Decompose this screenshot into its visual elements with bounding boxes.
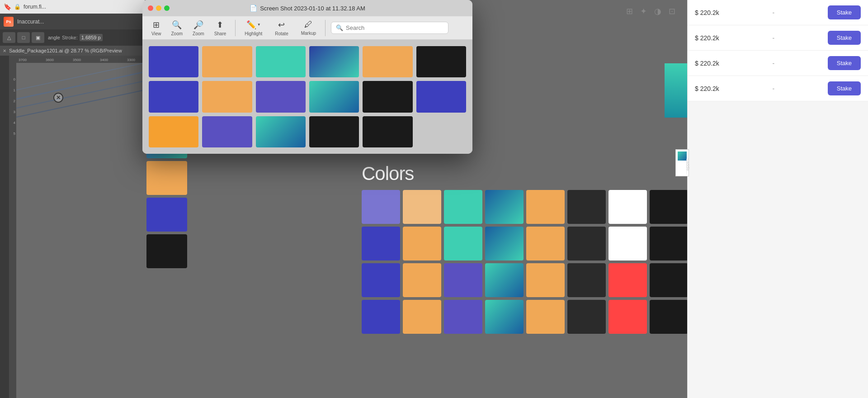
- adobe-bar: Ps Inaccurat...: [0, 14, 145, 29]
- adobe-title: Inaccurat...: [17, 19, 44, 25]
- search-icon: 🔍: [336, 24, 343, 31]
- ai-left-tools: [0, 56, 9, 398]
- pdf-swatch-0: [149, 46, 198, 77]
- stake-amount-0: $ 220.2k: [695, 9, 719, 16]
- right-swatch-14: [609, 227, 647, 261]
- ai-stroke-value: 1.6859 p: [80, 34, 103, 41]
- ruler-vtick-4: 3: [14, 106, 15, 117]
- cursor-x-icon: ✕: [56, 95, 61, 101]
- right-swatch-25: [403, 300, 441, 334]
- swatches-grid-right: [362, 190, 688, 334]
- pdf-swatch-14: [256, 116, 306, 147]
- pdf-swatch-11: [416, 81, 466, 112]
- preview-label: Saddle...: [685, 158, 690, 175]
- stake-row-3: $ 220.2k - Stake: [688, 76, 868, 101]
- right-swatch-9: [403, 227, 441, 261]
- close-button[interactable]: [148, 5, 153, 11]
- ruler-vtick-3: 2: [14, 95, 15, 106]
- right-swatch-30: [609, 300, 647, 334]
- zoom-in-btn[interactable]: 🔎 Zoom: [189, 18, 208, 38]
- highlight-btn[interactable]: ✏️ ▼ Highlight: [241, 18, 266, 38]
- maximize-button[interactable]: [164, 5, 170, 11]
- right-swatch-0: [362, 190, 400, 224]
- right-swatch-22: [609, 263, 647, 297]
- view-tool-btn[interactable]: ⊞ View: [148, 18, 165, 38]
- ruler-tick-3: 3400: [90, 58, 118, 62]
- ruler-tick-0: 3700: [9, 58, 36, 62]
- stake-button-2[interactable]: Stake: [828, 56, 861, 70]
- transform-icon[interactable]: ✦: [640, 6, 647, 16]
- pdf-swatch-13: [202, 116, 252, 147]
- ruler-tick-1: 3600: [36, 58, 63, 62]
- zoom-out-btn[interactable]: 🔍 Zoom: [168, 18, 187, 38]
- file-tab-close[interactable]: ✕: [3, 48, 6, 53]
- zoom-out-label: Zoom: [171, 31, 183, 36]
- stake-dash-1: -: [772, 34, 774, 42]
- stake-dash-2: -: [772, 60, 774, 67]
- ai-file-tab: ✕ Saddle_Package1201.ai @ 28.77 % (RGB/P…: [0, 46, 145, 56]
- ruler-vtick-2: 1: [14, 85, 15, 95]
- frame-icon[interactable]: ⊡: [669, 6, 675, 16]
- pdf-toolbar: ⊞ View 🔍 Zoom 🔎 Zoom ⬆ Share ✏️: [142, 16, 472, 40]
- rotate-icon: ↩: [278, 20, 285, 30]
- ai-filename: Saddle_Package1201.ai @ 28.77 % (RGB/Pre…: [9, 48, 122, 53]
- bookmark-icon: 🔖: [4, 3, 11, 10]
- pdf-swatch-3: [309, 46, 359, 77]
- pdf-swatch-8: [256, 81, 306, 112]
- zoom-out-icon: 🔍: [172, 20, 182, 30]
- toolbar-divider-2: [325, 20, 326, 36]
- ruler-tick-2: 3500: [63, 58, 90, 62]
- right-swatch-13: [567, 227, 606, 261]
- left-swatch-11: [146, 198, 187, 232]
- browser-url: forum.fi...: [24, 4, 46, 10]
- right-swatch-4: [526, 190, 565, 224]
- zoom-in-icon: 🔎: [193, 20, 203, 30]
- crop-icon[interactable]: ⊞: [626, 6, 633, 16]
- pdf-swatch-7: [202, 81, 252, 112]
- pdf-swatch-9: [309, 81, 359, 112]
- stake-row-0: $ 220.2k - Stake: [688, 0, 868, 25]
- right-swatch-27: [485, 300, 524, 334]
- markup-label: Markup: [301, 31, 316, 36]
- right-swatch-3: [485, 190, 524, 224]
- share-icon: ⬆: [217, 20, 223, 30]
- rotate-btn[interactable]: ↩ Rotate: [271, 18, 292, 38]
- highlight-icon-wrapper: ✏️ ▼: [246, 20, 261, 30]
- stake-row-1: $ 220.2k - Stake: [688, 25, 868, 51]
- ai-tool-rect[interactable]: □: [17, 32, 30, 43]
- rotate-label: Rotate: [275, 31, 288, 36]
- left-swatch-7: [146, 161, 187, 195]
- stake-button-1[interactable]: Stake: [828, 31, 861, 45]
- pdf-tool-group-view: ⊞ View 🔍 Zoom 🔎 Zoom ⬆ Share: [148, 18, 230, 38]
- right-swatch-8: [362, 227, 400, 261]
- ruler-vtick-5: 4: [14, 117, 15, 128]
- right-swatch-17: [403, 263, 441, 297]
- right-swatch-28: [526, 300, 565, 334]
- cursor-indicator: ✕: [53, 93, 63, 103]
- share-btn[interactable]: ⬆ Share: [211, 18, 230, 38]
- stake-button-0[interactable]: Stake: [828, 5, 861, 19]
- stake-amount-2: $ 220.2k: [695, 60, 719, 67]
- view-label: View: [151, 31, 161, 36]
- right-swatch-6: [609, 190, 647, 224]
- ruler-vertical: 0 1 2 3 4 5: [9, 63, 16, 398]
- pdf-swatch-2: [256, 46, 306, 77]
- stake-dash-0: -: [772, 9, 774, 16]
- colors-heading-right: Colors: [362, 163, 414, 185]
- ai-tool-rect2[interactable]: ▣: [32, 32, 44, 43]
- stake-button-3[interactable]: Stake: [828, 81, 861, 95]
- pdf-swatch-4: [363, 46, 412, 77]
- traffic-lights: [148, 5, 170, 11]
- right-swatch-7: [650, 190, 688, 224]
- adjust-icon[interactable]: ◑: [654, 6, 661, 16]
- pdf-search-bar[interactable]: 🔍: [331, 22, 448, 34]
- ai-tool-triangle[interactable]: △: [3, 32, 15, 43]
- search-input[interactable]: [346, 24, 443, 31]
- pdf-window-title: Screen Shot 2023-01-10 at 11.32.18 AM: [260, 5, 365, 12]
- minimize-button[interactable]: [156, 5, 161, 11]
- markup-btn[interactable]: 🖊 Markup: [297, 18, 320, 38]
- right-swatch-5: [567, 190, 606, 224]
- toolbar-divider: [235, 20, 236, 36]
- ai-tool-label: angle: [48, 35, 60, 40]
- right-swatch-11: [485, 227, 524, 261]
